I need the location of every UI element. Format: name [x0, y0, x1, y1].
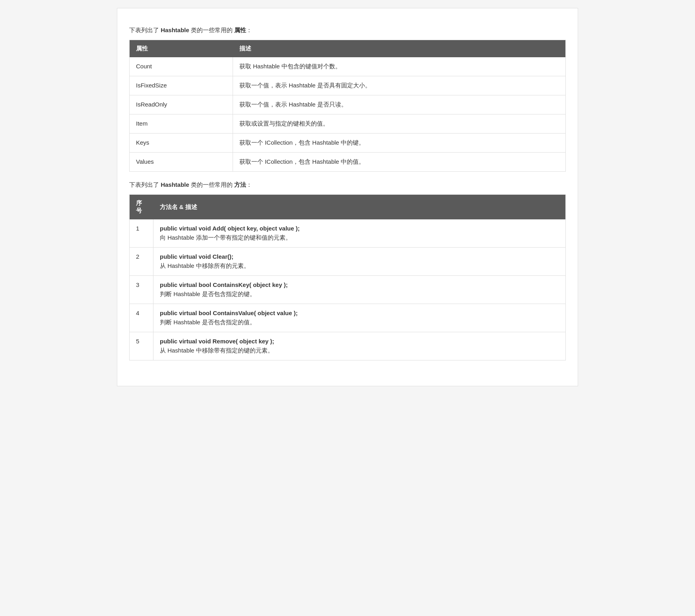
method-desc-cell: public virtual void Clear();从 Hashtable …	[153, 248, 566, 276]
method-num-cell: 3	[130, 276, 153, 304]
table-row: Keys获取一个 ICollection，包含 Hashtable 中的键。	[130, 134, 566, 153]
prop-desc-cell: 获取一个值，表示 Hashtable 是否具有固定大小。	[233, 76, 566, 95]
prop-name-cell: Keys	[130, 134, 233, 153]
methods-table: 序号 方法名 & 描述 1public virtual void Add( ob…	[129, 194, 566, 360]
table-row: IsReadOnly获取一个值，表示 Hashtable 是否只读。	[130, 95, 566, 114]
prop-desc-cell: 获取 Hashtable 中包含的键值对个数。	[233, 57, 566, 76]
method-description: 从 Hashtable 中移除所有的元素。	[160, 262, 559, 270]
method-signature: public virtual void Remove( object key )…	[160, 338, 559, 345]
properties-table-body: Count获取 Hashtable 中包含的键值对个数。IsFixedSize获…	[130, 57, 566, 172]
methods-intro: 下表列出了 Hashtable 类的一些常用的 方法：	[129, 181, 566, 189]
method-signature: public virtual bool ContainsKey( object …	[160, 281, 559, 288]
table-row: IsFixedSize获取一个值，表示 Hashtable 是否具有固定大小。	[130, 76, 566, 95]
table-row: 3public virtual bool ContainsKey( object…	[130, 276, 566, 304]
prop-col-desc: 描述	[233, 40, 566, 58]
table-row: 5public virtual void Remove( object key …	[130, 332, 566, 360]
method-col-desc: 方法名 & 描述	[153, 195, 566, 220]
method-signature: public virtual bool ContainsValue( objec…	[160, 310, 559, 316]
method-signature: public virtual void Clear();	[160, 253, 559, 260]
prop-desc-cell: 获取一个值，表示 Hashtable 是否只读。	[233, 95, 566, 114]
method-desc-cell: public virtual void Remove( object key )…	[153, 332, 566, 360]
prop-col-name: 属性	[130, 40, 233, 58]
method-description: 从 Hashtable 中移除带有指定的键的元素。	[160, 347, 559, 354]
method-num-cell: 2	[130, 248, 153, 276]
prop-name-cell: Item	[130, 114, 233, 134]
method-desc-cell: public virtual bool ContainsKey( object …	[153, 276, 566, 304]
page-container: 下表列出了 Hashtable 类的一些常用的 属性： 属性 描述 Count获…	[117, 8, 578, 386]
method-description: 判断 Hashtable 是否包含指定的值。	[160, 319, 559, 326]
properties-table: 属性 描述 Count获取 Hashtable 中包含的键值对个数。IsFixe…	[129, 40, 566, 172]
method-desc-cell: public virtual void Add( object key, obj…	[153, 219, 566, 248]
methods-table-body: 1public virtual void Add( object key, ob…	[130, 219, 566, 360]
properties-table-header: 属性 描述	[130, 40, 566, 58]
method-description: 判断 Hashtable 是否包含指定的键。	[160, 291, 559, 298]
method-signature: public virtual void Add( object key, obj…	[160, 225, 559, 232]
table-row: Count获取 Hashtable 中包含的键值对个数。	[130, 57, 566, 76]
prop-name-cell: IsReadOnly	[130, 95, 233, 114]
table-row: 4public virtual bool ContainsValue( obje…	[130, 304, 566, 332]
table-row: 2public virtual void Clear();从 Hashtable…	[130, 248, 566, 276]
method-num-cell: 1	[130, 219, 153, 248]
method-desc-cell: public virtual bool ContainsValue( objec…	[153, 304, 566, 332]
prop-desc-cell: 获取或设置与指定的键相关的值。	[233, 114, 566, 134]
prop-name-cell: Count	[130, 57, 233, 76]
table-row: Values获取一个 ICollection，包含 Hashtable 中的值。	[130, 153, 566, 172]
prop-name-cell: Values	[130, 153, 233, 172]
prop-desc-cell: 获取一个 ICollection，包含 Hashtable 中的键。	[233, 134, 566, 153]
properties-intro: 下表列出了 Hashtable 类的一些常用的 属性：	[129, 27, 566, 34]
prop-desc-cell: 获取一个 ICollection，包含 Hashtable 中的值。	[233, 153, 566, 172]
method-num-cell: 4	[130, 304, 153, 332]
prop-name-cell: IsFixedSize	[130, 76, 233, 95]
method-num-cell: 5	[130, 332, 153, 360]
method-description: 向 Hashtable 添加一个带有指定的键和值的元素。	[160, 234, 559, 242]
methods-table-header: 序号 方法名 & 描述	[130, 195, 566, 220]
method-col-num: 序号	[130, 195, 153, 220]
table-row: 1public virtual void Add( object key, ob…	[130, 219, 566, 248]
table-row: Item获取或设置与指定的键相关的值。	[130, 114, 566, 134]
